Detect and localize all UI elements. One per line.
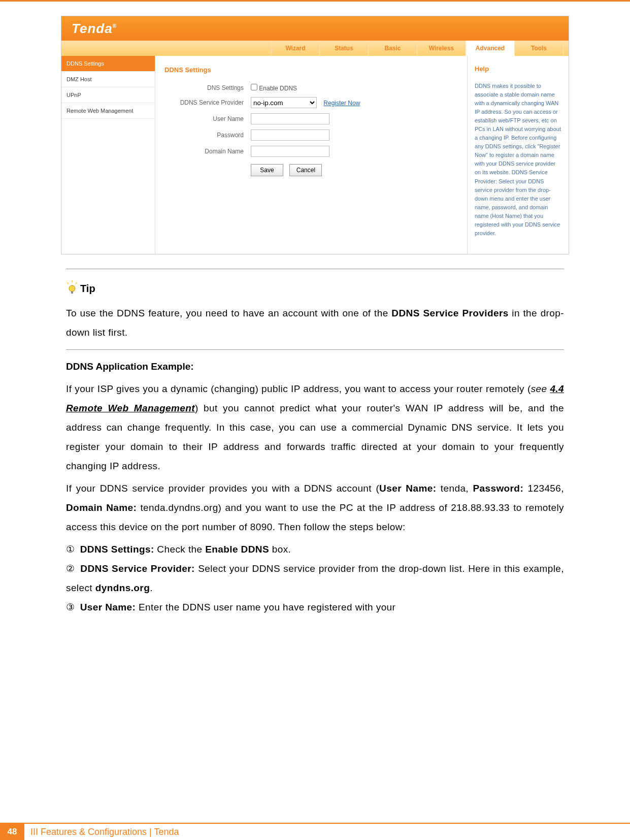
label-provider: DDNS Service Provider (164, 99, 251, 106)
sidebar-item-dmz-host[interactable]: DMZ Host (61, 72, 155, 87)
tab-tools[interactable]: Tools (515, 41, 563, 56)
enable-ddns-checkbox[interactable] (251, 84, 257, 90)
example-paragraph-2: If your DDNS service provider provides y… (66, 479, 564, 537)
lightbulb-icon (66, 280, 78, 295)
example-heading: DDNS Application Example: (66, 361, 564, 372)
password-input[interactable] (251, 130, 329, 141)
save-button[interactable]: Save (251, 164, 283, 176)
step-3: ③ User Name: Enter the DDNS user name yo… (66, 598, 564, 617)
divider-2 (66, 349, 564, 350)
tab-advanced[interactable]: Advanced (466, 41, 515, 56)
doc-content: Tip To use the DDNS feature, you need to… (66, 269, 564, 617)
step-2: ② DDNS Service Provider: Select your DDN… (66, 559, 564, 598)
domain-input[interactable] (251, 146, 329, 157)
sidebar-item-remote-web[interactable]: Remote Web Management (61, 103, 155, 119)
sidebar: DDNS Settings DMZ Host UPnP Remote Web M… (61, 56, 155, 254)
logo: Tenda® (72, 21, 117, 37)
svg-line-3 (67, 282, 69, 284)
example-paragraph-1: If your ISP gives you a dynamic (changin… (66, 379, 564, 476)
tab-status[interactable]: Status (320, 41, 369, 56)
nav-tabs: Wizard Status Basic Wireless Advanced To… (61, 41, 569, 56)
tip-heading: Tip (80, 283, 95, 295)
label-username: User Name (164, 115, 251, 122)
help-text: DDNS makes it possible to associate a st… (475, 82, 561, 238)
label-domain: Domain Name (164, 148, 251, 155)
help-panel: Help DDNS makes it possible to associate… (467, 56, 569, 254)
settings-panel: DDNS Settings DNS Settings Enable DDNS D… (155, 56, 467, 254)
tab-wizard[interactable]: Wizard (271, 41, 320, 56)
register-now-link[interactable]: Register Now (323, 100, 360, 107)
router-body: DDNS Settings DMZ Host UPnP Remote Web M… (61, 56, 569, 254)
provider-select[interactable]: no-ip.com (251, 97, 317, 108)
tab-wireless[interactable]: Wireless (417, 41, 466, 56)
username-input[interactable] (251, 113, 329, 124)
page-footer: 48 III Features & Configurations | Tenda (0, 823, 630, 840)
tip-paragraph: To use the DDNS feature, you need to hav… (66, 304, 564, 342)
label-dns-settings: DNS Settings (164, 84, 251, 91)
router-header: Tenda® (61, 16, 569, 41)
divider (66, 269, 564, 269)
cancel-button[interactable]: Cancel (289, 164, 322, 176)
sidebar-item-ddns-settings[interactable]: DDNS Settings (61, 56, 155, 72)
label-password: Password (164, 132, 251, 139)
footer-text: III Features & Configurations | Tenda (24, 827, 179, 837)
panel-title: DDNS Settings (164, 66, 458, 74)
page-number: 48 (0, 823, 24, 840)
page-top-rule (0, 0, 630, 2)
sidebar-item-upnp[interactable]: UPnP (61, 87, 155, 103)
svg-rect-1 (71, 292, 73, 294)
tab-basic[interactable]: Basic (369, 41, 417, 56)
svg-point-0 (69, 285, 75, 292)
router-screenshot: Tenda® Wizard Status Basic Wireless Adva… (61, 16, 569, 254)
enable-ddns-label: Enable DDNS (259, 85, 297, 92)
step-1: ① DDNS Settings: Check the Enable DDNS b… (66, 540, 564, 559)
help-title: Help (475, 65, 561, 73)
svg-line-4 (76, 282, 77, 284)
